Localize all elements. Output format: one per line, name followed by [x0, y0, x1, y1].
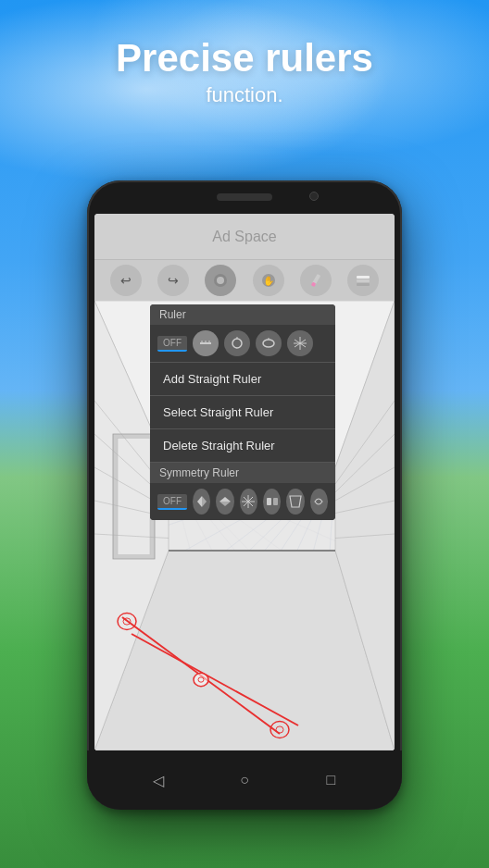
sym-horizontal-icon [194, 494, 209, 509]
svg-rect-104 [273, 498, 278, 505]
eraser-button[interactable] [300, 265, 332, 296]
svg-marker-95 [197, 496, 202, 507]
svg-point-83 [232, 339, 242, 348]
circle-ruler-icon [230, 336, 244, 351]
svg-point-1 [217, 277, 224, 284]
svg-marker-98 [219, 502, 231, 506]
svg-line-94 [295, 340, 300, 343]
phone-screen: Ad Space ↩ ↪ ✋ [94, 214, 395, 750]
ruler-icon-straight[interactable] [193, 330, 219, 356]
sym-perspective-icon [288, 494, 303, 509]
ruler-icon-ellipse[interactable] [256, 330, 282, 356]
svg-rect-7 [357, 279, 370, 282]
canvas-area[interactable]: Ruler OFF [94, 301, 395, 750]
ruler-popup-menu: Ruler OFF [150, 304, 335, 520]
svg-line-90 [300, 343, 306, 347]
phone-speaker [217, 193, 272, 201]
straight-ruler-icon [198, 336, 213, 351]
svg-text:✋: ✋ [263, 275, 275, 287]
svg-rect-59 [118, 439, 150, 555]
symmetry-icon-wrap[interactable] [310, 489, 328, 515]
svg-line-92 [295, 343, 300, 347]
back-button[interactable]: ◁ [145, 767, 171, 793]
phone-device: Ad Space ↩ ↪ ✋ [87, 180, 402, 810]
hand-button[interactable]: ✋ [253, 265, 284, 296]
svg-marker-96 [202, 496, 207, 507]
phone-camera [309, 192, 319, 201]
symmetry-icons-row: OFF [150, 483, 335, 520]
symmetry-icon-horizontal[interactable] [193, 489, 210, 515]
ad-space-label: Ad Space [212, 229, 276, 245]
hero-subtitle: function. [0, 83, 489, 107]
sym-wrap-icon [311, 494, 326, 509]
ruler-section-title: Ruler [150, 304, 335, 325]
symmetry-icon-vertical[interactable] [216, 489, 233, 515]
symmetry-section-title: Symmetry Ruler [150, 463, 335, 483]
ad-space-bar: Ad Space [94, 214, 395, 260]
sym-mirror-icon [265, 494, 280, 509]
brush-icon [212, 272, 229, 289]
hero-section: Precise rulers function. [0, 37, 489, 107]
select-straight-ruler-item[interactable]: Select Straight Ruler [150, 396, 335, 429]
phone-nav-bar: ◁ ○ □ [87, 750, 402, 810]
drawing-toolbar: ↩ ↪ ✋ [94, 260, 395, 301]
svg-marker-97 [219, 497, 231, 502]
symmetry-icon-radial[interactable] [240, 489, 257, 515]
perspective-ruler-icon [293, 336, 307, 351]
ruler-icons-row: OFF [150, 325, 335, 363]
svg-rect-8 [357, 276, 370, 279]
ruler-icon-circle-type[interactable] [224, 330, 250, 356]
symmetry-icon-perspective[interactable] [286, 489, 304, 515]
svg-line-88 [300, 340, 306, 343]
recent-apps-button[interactable]: □ [318, 767, 344, 793]
symmetry-off-button[interactable]: OFF [157, 494, 187, 510]
hand-icon: ✋ [260, 272, 277, 289]
svg-marker-105 [290, 496, 301, 507]
ellipse-ruler-icon [261, 336, 276, 351]
svg-rect-103 [267, 498, 271, 505]
symmetry-icon-mirror[interactable] [263, 489, 281, 515]
layers-icon [355, 272, 371, 289]
delete-straight-ruler-item[interactable]: Delete Straight Ruler [150, 429, 335, 463]
ruler-icon-starburst[interactable] [287, 330, 313, 356]
hero-title: Precise rulers [0, 37, 489, 80]
svg-point-77 [194, 673, 208, 686]
ruler-off-button[interactable]: OFF [157, 336, 187, 352]
paint-button[interactable] [205, 265, 236, 296]
svg-rect-6 [357, 283, 370, 286]
layers-button[interactable] [347, 265, 379, 296]
add-straight-ruler-item[interactable]: Add Straight Ruler [150, 363, 335, 396]
undo-button[interactable]: ↩ [110, 265, 142, 296]
pencil-icon [307, 272, 324, 289]
sym-radial-icon [241, 494, 256, 509]
sym-vertical-icon [218, 494, 232, 509]
svg-point-85 [263, 340, 274, 347]
home-button[interactable]: ○ [232, 767, 257, 793]
redo-button[interactable]: ↪ [157, 265, 189, 296]
